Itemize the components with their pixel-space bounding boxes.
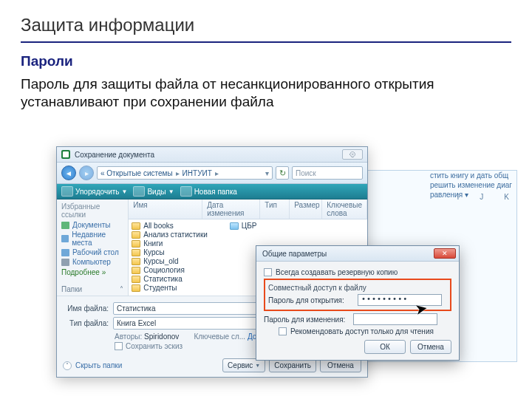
backup-checkbox[interactable]: Всегда создавать резервную копию — [264, 268, 451, 276]
filename-input[interactable]: Статистика — [113, 302, 268, 315]
authors-value[interactable]: Spiridonov — [144, 332, 179, 341]
item-label: Курсы_old — [143, 257, 178, 265]
section-heading: Пароли — [21, 53, 511, 69]
chevron-right-icon: ▸ — [176, 169, 180, 177]
list-item[interactable]: Курсы_old — [132, 257, 208, 265]
checkbox-label: Рекомендовать доступ только для чтения — [290, 327, 434, 335]
folder-icon — [132, 222, 140, 230]
sidebar-item-label: Документы — [72, 221, 111, 229]
authors-label: Авторы: — [115, 332, 142, 341]
chevron-down-icon: ▼ — [168, 188, 174, 195]
list-item[interactable]: Книги — [132, 239, 208, 248]
keywords-label: Ключевые сл... — [194, 332, 245, 341]
col-type[interactable]: Тип — [260, 200, 290, 219]
modify-password-label: Пароль для изменения: — [264, 316, 349, 324]
recent-icon — [61, 235, 69, 242]
cancel-button[interactable]: Отмена — [410, 340, 451, 354]
folder-icon — [132, 240, 140, 248]
sidebar-item-computer[interactable]: Компьютер — [61, 258, 123, 266]
file-sharing-group-highlight: Совместный доступ к файлу Пароль для отк… — [264, 279, 451, 311]
new-folder-icon — [180, 186, 192, 197]
chevron-right-icon: ▸ — [215, 169, 219, 177]
filetype-combo[interactable]: Книга Excel ▼ — [113, 317, 268, 330]
views-label: Виды — [147, 188, 166, 196]
col-name[interactable]: Имя — [129, 200, 202, 219]
item-label: Студенты — [143, 284, 177, 292]
organize-label: Упорядочить — [75, 188, 120, 196]
sidebar-item-label: Рабочий стол — [72, 248, 119, 256]
folder-icon — [132, 284, 140, 292]
dialog-title: Общие параметры — [262, 250, 327, 258]
col-label: I — [457, 193, 460, 201]
col-keywords[interactable]: Ключевые слова — [322, 200, 367, 219]
col-size[interactable]: Размер — [290, 200, 322, 219]
folders-label: Папки — [61, 285, 82, 293]
list-item[interactable]: Социология — [132, 266, 208, 274]
close-button[interactable]: ✕ — [434, 248, 456, 259]
tools-label: Сервис — [228, 361, 253, 369]
close-button[interactable]: ⮾ — [342, 149, 363, 160]
sidebar-item-documents[interactable]: Документы — [61, 221, 123, 229]
item-label: All books — [143, 222, 174, 230]
hide-folders-button[interactable]: ˄ Скрыть папки — [63, 361, 122, 370]
shared-folder-icon — [230, 222, 239, 230]
open-password-input[interactable]: ••••••••• — [358, 294, 442, 306]
folder-icon — [132, 267, 140, 274]
sidebar-item-recent[interactable]: Недавние места — [61, 231, 123, 247]
item-label: Социология — [143, 266, 185, 274]
history-dropdown-icon[interactable]: ▾ — [265, 169, 269, 177]
readonly-checkbox[interactable]: Рекомендовать доступ только для чтения — [279, 327, 451, 335]
col-label: K — [504, 193, 509, 201]
filetype-value: Книга Excel — [117, 319, 156, 327]
list-item[interactable]: Анализ статистики — [132, 231, 208, 239]
favorites-header: Избранные ссылки — [61, 202, 123, 219]
dialog-title: Сохранение документа — [75, 151, 154, 159]
computer-icon — [61, 259, 69, 266]
more-link[interactable]: Подробнее » — [61, 268, 123, 276]
crumb-segment[interactable]: « Открытые системы — [100, 169, 173, 177]
filename-label: Имя файла: — [63, 304, 109, 313]
item-label: Анализ статистики — [143, 231, 208, 239]
chevron-up-icon: ˄ — [63, 361, 72, 370]
crumb-segment[interactable]: ИНТУИТ — [183, 169, 212, 177]
column-headers[interactable]: Имя Дата изменения Тип Размер Ключевые с… — [129, 200, 367, 219]
list-item[interactable]: All books — [132, 222, 208, 230]
refresh-button[interactable]: ↻ — [276, 166, 289, 180]
col-date[interactable]: Дата изменения — [202, 200, 260, 219]
item-label: Статистика — [143, 275, 183, 283]
list-item[interactable]: Статистика — [132, 275, 208, 283]
search-input[interactable]: Поиск — [292, 166, 363, 180]
sidebar-item-label: Недавние места — [72, 231, 123, 247]
nav-forward-button[interactable]: ▸ — [79, 166, 94, 180]
views-menu[interactable]: Виды ▼ — [133, 186, 174, 197]
slide-title: Защита информации — [21, 15, 511, 35]
breadcrumb[interactable]: « Открытые системы ▸ ИНТУИТ ▸ ▾ — [97, 166, 273, 180]
col-label: J — [480, 193, 483, 201]
divider — [21, 41, 511, 43]
dialog-titlebar[interactable]: Общие параметры ✕ — [256, 246, 459, 262]
new-folder-button[interactable]: Новая папка — [180, 186, 237, 197]
folders-header[interactable]: Папки ˄ — [61, 282, 123, 293]
list-item[interactable]: Курсы — [132, 248, 208, 256]
organize-icon — [61, 186, 73, 197]
list-item[interactable]: Студенты — [132, 284, 208, 292]
ok-button[interactable]: ОК — [364, 340, 406, 354]
list-item[interactable]: ЦБР — [230, 222, 257, 230]
organize-menu[interactable]: Упорядочить ▼ — [61, 186, 127, 197]
folder-icon — [132, 258, 140, 265]
checkbox-label: Всегда создавать резервную копию — [276, 268, 398, 276]
nav-back-button[interactable]: ◄ — [61, 166, 76, 180]
sidebar-item-label: Компьютер — [72, 258, 111, 266]
new-folder-label: Новая папка — [194, 188, 237, 196]
chevron-down-icon: ▼ — [255, 363, 260, 368]
explorer-toolbar: Упорядочить ▼ Виды ▼ Новая папка — [57, 184, 367, 200]
dialog-titlebar[interactable]: Сохранение документа ⮾ — [57, 147, 367, 163]
nav-pane: Избранные ссылки Документы Недавние мест… — [57, 200, 129, 296]
ribbon-hint-line: стить книгу и дать общ — [430, 171, 512, 180]
modify-password-input[interactable] — [353, 313, 437, 325]
folder-icon — [132, 249, 140, 256]
open-password-label: Пароль для открытия: — [268, 296, 354, 304]
sidebar-item-desktop[interactable]: Рабочий стол — [61, 248, 123, 256]
excel-icon — [61, 150, 70, 159]
address-bar: ◄ ▸ « Открытые системы ▸ ИНТУИТ ▸ ▾ ↻ По… — [57, 163, 367, 184]
